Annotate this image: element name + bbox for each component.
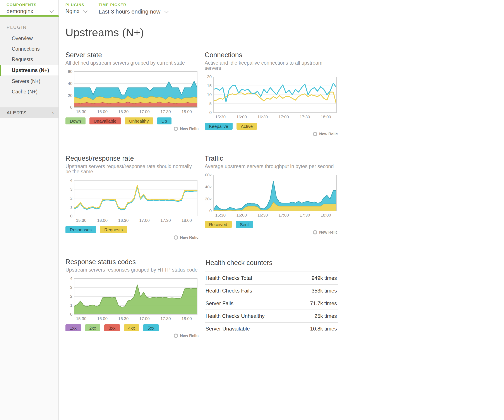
legend-pill-5xx[interactable]: 5xx — [143, 324, 159, 331]
legend-pill-received[interactable]: Received — [205, 221, 232, 228]
sidebar-item-connections[interactable]: Connections — [0, 44, 59, 54]
legend-pill-unhealthy[interactable]: Unhealthy — [125, 117, 153, 124]
health-counters-title: Health check counters — [205, 259, 338, 272]
svg-text:17:00: 17:00 — [139, 109, 150, 114]
legend-pill-4xx[interactable]: 4xx — [124, 324, 139, 331]
server-state-chart[interactable]: 020406015:3016:0016:3017:0017:3018:00 — [66, 69, 198, 114]
svg-text:16:00: 16:00 — [236, 115, 247, 119]
svg-text:15: 15 — [207, 83, 212, 88]
status-codes-legend: 1xx2xx3xx4xx5xx — [66, 324, 198, 331]
request-response-legend: ResponsesRequests — [66, 226, 198, 233]
time-picker-dropdown[interactable]: TIME PICKER Last 3 hours ending now — [92, 0, 173, 17]
svg-text:2: 2 — [70, 196, 72, 201]
chart-subtitle-status-codes: Upstream servers responses grouped by HT… — [66, 267, 198, 272]
svg-text:17:30: 17:30 — [300, 213, 310, 217]
charts-grid: Server state All defined upstream server… — [66, 51, 500, 338]
app-window: COMPONENTS demonginx PLUGINS Nginx TIME … — [0, 0, 504, 420]
time-picker-value: Last 3 hours ending now — [99, 8, 160, 15]
svg-text:0: 0 — [209, 208, 212, 213]
svg-text:40: 40 — [68, 81, 72, 86]
svg-text:4: 4 — [70, 178, 72, 183]
chevron-down-icon — [164, 9, 168, 13]
plugins-label: PLUGINS — [66, 3, 87, 7]
svg-text:1: 1 — [70, 205, 72, 209]
legend-pill-1xx[interactable]: 1xx — [66, 324, 81, 331]
connections-chart[interactable]: 0510152015:3016:0016:3017:0017:3018:00 — [205, 75, 338, 120]
sidebar-item-cache[interactable]: Cache (N+) — [0, 86, 59, 97]
plugins-value: Nginx — [66, 8, 79, 14]
legend-pill-unavailable[interactable]: Unavailable — [89, 117, 121, 124]
health-row-value: 71.7k times — [310, 300, 337, 306]
svg-text:16:30: 16:30 — [258, 115, 268, 119]
svg-text:0: 0 — [70, 312, 72, 317]
chart-title-server-state: Server state — [66, 51, 198, 59]
svg-text:18:00: 18:00 — [181, 218, 192, 223]
chart-title-connections: Connections — [205, 51, 338, 59]
chart-subtitle-connections: Active and idle keepalive connections to… — [205, 60, 338, 71]
svg-text:17:30: 17:30 — [300, 115, 310, 119]
svg-text:16:00: 16:00 — [97, 109, 108, 114]
sidebar-item-upstreams[interactable]: Upstreams (N+) — [0, 65, 59, 76]
chart-title-traffic: Traffic — [205, 155, 338, 162]
svg-text:10: 10 — [207, 92, 212, 97]
new-relic-logo-icon — [174, 235, 178, 240]
health-row: Server Fails 71.7k times — [205, 297, 338, 310]
svg-text:1: 1 — [70, 303, 72, 308]
top-header: COMPONENTS demonginx PLUGINS Nginx TIME … — [0, 0, 504, 17]
request-response-chart[interactable]: 0123415:3016:0016:3017:0017:3018:00 — [66, 178, 198, 223]
svg-text:15:30: 15:30 — [215, 115, 226, 119]
legend-pill-down[interactable]: Down — [66, 117, 85, 124]
legend-pill-3xx[interactable]: 3xx — [104, 324, 120, 331]
health-row: Health Checks Fails 353k times — [205, 285, 338, 297]
sidebar-item-alerts[interactable]: ALERTS › — [0, 107, 59, 118]
new-relic-badge: New Relic — [205, 230, 338, 234]
plugin-section-label: PLUGIN — [0, 17, 59, 33]
svg-text:16:00: 16:00 — [97, 218, 108, 223]
legend-pill-requests[interactable]: Requests — [100, 226, 127, 233]
svg-text:18:00: 18:00 — [181, 316, 192, 321]
panel-traffic: Traffic Average upstream servers through… — [205, 155, 338, 240]
server-state-legend: DownUnavailableUnhealthyUp — [66, 117, 198, 124]
new-relic-logo-icon — [174, 127, 178, 131]
traffic-chart[interactable]: 020k40k60k15:3016:0016:3017:0017:3018:00 — [205, 173, 338, 218]
panel-response-status-codes: Response status codes Upstream servers r… — [66, 258, 198, 338]
health-row: Server Unavailable 10.8k times — [205, 323, 338, 335]
svg-text:4: 4 — [70, 276, 72, 281]
svg-text:18:00: 18:00 — [321, 213, 331, 217]
svg-text:16:00: 16:00 — [236, 213, 247, 217]
legend-pill-2xx[interactable]: 2xx — [85, 324, 100, 331]
components-label: COMPONENTS — [6, 3, 53, 7]
legend-pill-keepalive[interactable]: Keepalive — [205, 123, 233, 130]
legend-pill-up[interactable]: Up — [157, 117, 172, 124]
svg-text:17:00: 17:00 — [139, 316, 150, 321]
legend-pill-active[interactable]: Active — [236, 123, 257, 130]
status-codes-chart[interactable]: 0123415:3016:0016:3017:0017:3018:00 — [66, 276, 198, 321]
panel-health-check-counters: Health check counters Health Checks Tota… — [205, 258, 338, 338]
svg-text:60: 60 — [68, 69, 72, 74]
svg-text:17:00: 17:00 — [278, 115, 289, 119]
legend-pill-sent[interactable]: Sent — [235, 221, 253, 228]
svg-text:16:30: 16:30 — [118, 109, 129, 114]
components-dropdown[interactable]: COMPONENTS demonginx — [0, 0, 59, 17]
sidebar-item-overview[interactable]: Overview — [0, 33, 59, 44]
svg-text:20: 20 — [207, 75, 212, 79]
health-row-value: 353k times — [312, 288, 337, 294]
sidebar-item-requests[interactable]: Requests — [0, 54, 59, 65]
chart-title-request-response: Request/response rate — [66, 155, 198, 162]
new-relic-badge: New Relic — [66, 127, 198, 131]
legend-pill-responses[interactable]: Responses — [66, 226, 96, 233]
svg-text:16:30: 16:30 — [118, 218, 129, 223]
page-title: Upstreams (N+) — [66, 26, 500, 39]
health-row: Health Checks Total 949k times — [205, 272, 338, 285]
svg-text:2: 2 — [70, 294, 72, 299]
svg-text:0: 0 — [70, 214, 72, 218]
sidebar-item-servers[interactable]: Servers (N+) — [0, 76, 59, 86]
svg-text:17:30: 17:30 — [160, 218, 171, 223]
components-value: demonginx — [6, 8, 33, 14]
new-relic-logo-icon — [313, 230, 318, 234]
chevron-down-icon — [83, 8, 88, 13]
health-row-label: Health Checks Unhealthy — [205, 313, 265, 319]
plugins-dropdown[interactable]: PLUGINS Nginx — [59, 0, 92, 17]
main-content: Upstreams (N+) Server state All defined … — [59, 17, 504, 420]
traffic-legend: ReceivedSent — [205, 221, 338, 228]
